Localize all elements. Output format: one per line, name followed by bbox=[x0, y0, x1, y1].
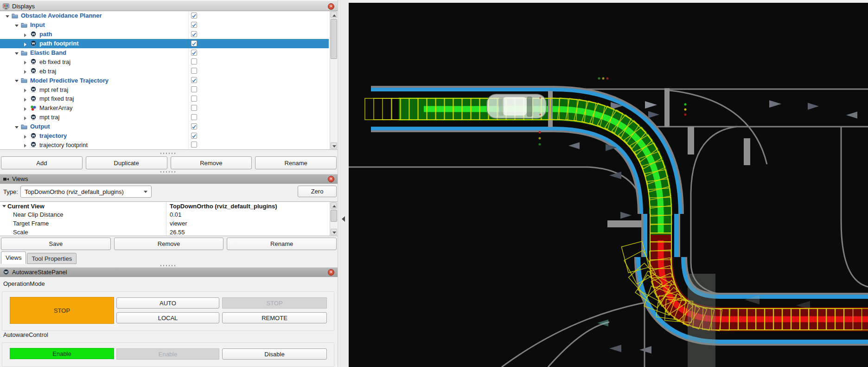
property-value[interactable]: 26.55 bbox=[166, 229, 338, 236]
tree-row[interactable]: Model Predictive Trajectory bbox=[0, 76, 329, 85]
property-value[interactable]: 0.01 bbox=[166, 211, 338, 218]
current-view-table[interactable]: Current ViewTopDownOrtho (rviz_default_p… bbox=[0, 201, 338, 236]
enabled-checkbox[interactable] bbox=[191, 40, 197, 46]
splitter-handle-dots[interactable] bbox=[160, 265, 177, 266]
section-label: OperationMode bbox=[3, 280, 45, 287]
chevron-right-icon[interactable] bbox=[24, 33, 26, 37]
chevron-down-icon[interactable] bbox=[15, 25, 19, 27]
state-enable-indicator[interactable]: Enable bbox=[10, 348, 114, 359]
chevron-right-icon[interactable] bbox=[24, 116, 26, 120]
panel-splitter[interactable] bbox=[338, 0, 349, 367]
3d-scene[interactable] bbox=[349, 3, 868, 367]
chevron-right-icon[interactable] bbox=[24, 144, 26, 148]
close-icon[interactable]: ✕ bbox=[328, 3, 334, 10]
enabled-checkbox[interactable] bbox=[191, 31, 197, 37]
tree-row[interactable]: mpt traj bbox=[0, 113, 329, 122]
enabled-checkbox[interactable] bbox=[191, 77, 197, 83]
scrollbar-handle[interactable] bbox=[331, 210, 337, 222]
chevron-down-icon[interactable] bbox=[15, 52, 19, 55]
enabled-checkbox[interactable] bbox=[191, 133, 197, 139]
property-row[interactable]: Current ViewTopDownOrtho (rviz_default_p… bbox=[0, 202, 338, 211]
chevron-right-icon[interactable] bbox=[24, 70, 26, 74]
tree-row[interactable]: Obstacle Avoidance Planner bbox=[0, 11, 329, 20]
chevron-right-icon[interactable] bbox=[24, 135, 26, 139]
scroll-up-icon[interactable] bbox=[331, 202, 337, 209]
close-icon[interactable]: ✕ bbox=[328, 176, 334, 182]
scroll-down-icon[interactable] bbox=[331, 142, 337, 149]
property-row[interactable]: Scale26.55 bbox=[0, 228, 338, 236]
zero-button[interactable]: Zero bbox=[298, 186, 337, 197]
tree-row[interactable]: trajectory bbox=[0, 131, 329, 141]
enabled-checkbox[interactable] bbox=[191, 114, 197, 120]
property-value[interactable]: TopDownOrtho (rviz_default_plugins) bbox=[166, 203, 338, 210]
displays-duplicate-button[interactable]: Duplicate bbox=[86, 156, 167, 169]
tab-views[interactable]: Views bbox=[1, 251, 26, 264]
chevron-right-icon[interactable] bbox=[24, 98, 26, 102]
tree-row[interactable]: trajectory footprint bbox=[0, 140, 329, 149]
tree-row[interactable]: mpt fixed traj bbox=[0, 94, 329, 103]
chevron-down-icon[interactable] bbox=[2, 205, 6, 207]
displays-remove-button[interactable]: Remove bbox=[171, 156, 252, 169]
scrollbar-handle[interactable] bbox=[331, 19, 337, 59]
tree-rows: Obstacle Avoidance PlannerInputpathpath … bbox=[0, 11, 338, 149]
tree-scrollbar[interactable] bbox=[330, 11, 337, 149]
displays-add-button[interactable]: Add bbox=[1, 156, 83, 169]
chevron-right-icon[interactable] bbox=[24, 89, 26, 92]
enabled-checkbox[interactable] bbox=[191, 86, 197, 92]
property-value[interactable]: viewer bbox=[166, 220, 338, 227]
views-remove-button[interactable]: Remove bbox=[114, 238, 224, 250]
state-stop-indicator[interactable]: STOP bbox=[10, 297, 114, 324]
property-row[interactable]: Near Clip Distance0.01 bbox=[0, 211, 338, 219]
enabled-checkbox[interactable] bbox=[191, 50, 197, 56]
monitor-icon bbox=[3, 3, 9, 10]
enabled-checkbox[interactable] bbox=[191, 68, 197, 74]
views-panel-titlebar[interactable]: Views ✕ bbox=[0, 174, 338, 184]
chevron-down-icon[interactable] bbox=[15, 126, 19, 129]
collapse-arrow-icon[interactable] bbox=[342, 216, 345, 222]
views-save-button[interactable]: Save bbox=[1, 238, 111, 250]
displays-panel-titlebar[interactable]: Displays ✕ bbox=[0, 1, 338, 11]
enabled-checkbox[interactable] bbox=[191, 13, 197, 19]
tab-tool-properties[interactable]: Tool Properties bbox=[27, 253, 77, 264]
autowarecontrol-enable-button[interactable]: Enable bbox=[116, 348, 219, 360]
chevron-right-icon[interactable] bbox=[24, 43, 26, 46]
operationmode-remote-button[interactable]: REMOTE bbox=[222, 312, 327, 323]
operationmode-local-button[interactable]: LOCAL bbox=[116, 312, 219, 323]
view-type-combobox[interactable]: TopDownOrtho (rviz_default_plugins) bbox=[20, 186, 152, 198]
tree-row[interactable]: eb traj bbox=[0, 66, 329, 76]
property-row[interactable]: Target Frameviewer bbox=[0, 219, 338, 228]
chevron-down-icon[interactable] bbox=[15, 80, 19, 82]
operationmode-auto-button[interactable]: AUTO bbox=[116, 297, 219, 309]
chevron-down-icon[interactable] bbox=[6, 15, 9, 18]
views-rename-button[interactable]: Rename bbox=[227, 238, 337, 250]
operationmode-stop-button[interactable]: STOP bbox=[222, 297, 327, 309]
autowarecontrol-disable-button[interactable]: Disable bbox=[222, 348, 327, 360]
render-viewport[interactable] bbox=[349, 3, 868, 367]
tree-row[interactable]: path footprint bbox=[0, 39, 329, 48]
scroll-down-icon[interactable] bbox=[331, 229, 337, 235]
folder-icon bbox=[21, 123, 27, 130]
splitter-handle-dots[interactable] bbox=[160, 171, 177, 173]
displays-tree[interactable]: Obstacle Avoidance PlannerInputpathpath … bbox=[0, 11, 338, 150]
enabled-checkbox[interactable] bbox=[191, 123, 197, 129]
tree-row[interactable]: MarkerArray bbox=[0, 103, 329, 113]
scroll-up-icon[interactable] bbox=[331, 12, 337, 18]
tree-row[interactable]: Elastic Band bbox=[0, 48, 329, 58]
enabled-checkbox[interactable] bbox=[191, 58, 197, 64]
tree-row[interactable]: Output bbox=[0, 122, 329, 131]
splitter-handle-dots[interactable] bbox=[160, 153, 177, 154]
tree-row[interactable]: mpt ref traj bbox=[0, 85, 329, 94]
tree-row[interactable]: path bbox=[0, 30, 329, 39]
enabled-checkbox[interactable] bbox=[191, 142, 197, 148]
enabled-checkbox[interactable] bbox=[191, 22, 197, 28]
state-panel-titlebar[interactable]: AutowareStatePanel ✕ bbox=[0, 267, 338, 277]
chevron-right-icon[interactable] bbox=[24, 107, 26, 111]
enabled-checkbox[interactable] bbox=[191, 105, 197, 111]
tree-row[interactable]: eb fixed traj bbox=[0, 57, 329, 66]
close-icon[interactable]: ✕ bbox=[328, 269, 334, 276]
views-table-scrollbar[interactable] bbox=[330, 202, 337, 236]
tree-row[interactable]: Input bbox=[0, 20, 329, 30]
chevron-right-icon[interactable] bbox=[24, 61, 26, 64]
enabled-checkbox[interactable] bbox=[191, 96, 197, 102]
displays-rename-button[interactable]: Rename bbox=[255, 156, 337, 169]
